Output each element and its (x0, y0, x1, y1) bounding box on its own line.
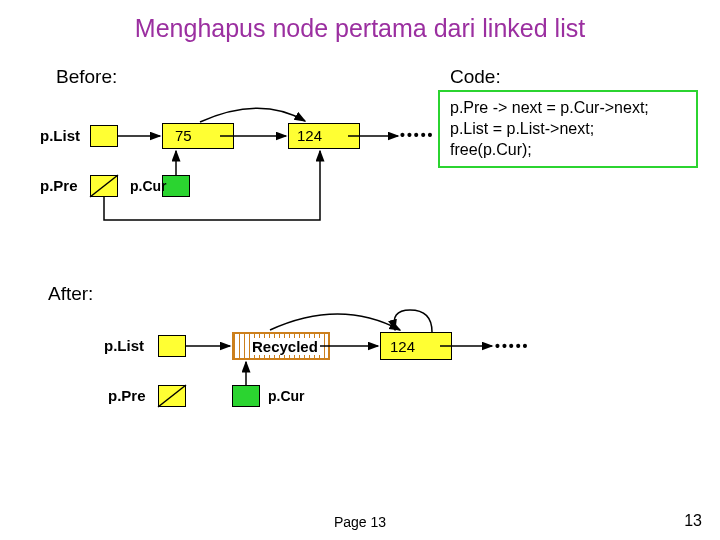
node-124-text-before: 124 (297, 127, 322, 144)
ppre-label-after: p.Pre (108, 387, 146, 404)
plist-label-before: p.List (40, 127, 80, 144)
pcur-label-after: p.Cur (268, 388, 305, 404)
dots-before: ••••• (400, 127, 435, 143)
plist-label-after: p.List (104, 337, 144, 354)
code-line-2: p.List = p.List->next; (450, 119, 686, 140)
before-label: Before: (56, 66, 117, 88)
page-number: 13 (684, 512, 702, 530)
ppre-box-after (158, 385, 186, 407)
ppre-label-before: p.Pre (40, 177, 78, 194)
code-label: Code: (450, 66, 501, 88)
dots-after: ••••• (495, 338, 530, 354)
code-line-1: p.Pre -> next = p.Cur->next; (450, 98, 686, 119)
node-75-text: 75 (175, 127, 192, 144)
ppre-box-before (90, 175, 118, 197)
plist-box-before (90, 125, 118, 147)
recycled-text: Recycled (250, 338, 320, 355)
after-label: After: (48, 283, 93, 305)
code-box: p.Pre -> next = p.Cur->next; p.List = p.… (438, 90, 698, 168)
node-124-text-after: 124 (390, 338, 415, 355)
pcur-box-after (232, 385, 260, 407)
pcur-label-before: p.Cur (130, 178, 167, 194)
code-line-3: free(p.Cur); (450, 140, 686, 161)
node-75 (162, 123, 234, 149)
page-label: Page 13 (0, 514, 720, 530)
plist-box-after (158, 335, 186, 357)
slide-title: Menghapus node pertama dari linked list (0, 14, 720, 43)
